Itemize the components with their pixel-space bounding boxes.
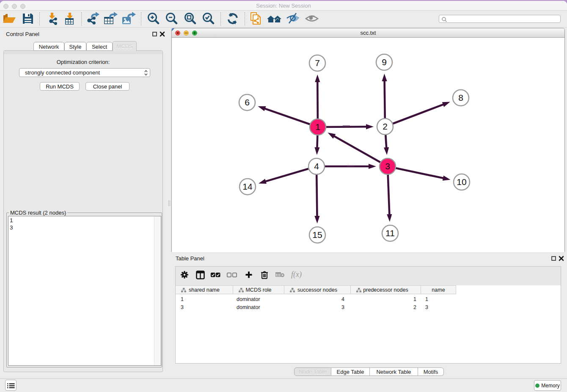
svg-text:14: 14 [242,182,253,191]
svg-text:9: 9 [382,57,387,67]
svg-text:15: 15 [312,230,322,240]
svg-text:7: 7 [315,58,320,68]
svg-text:4: 4 [314,161,319,171]
svg-text:1: 1 [315,122,320,132]
svg-text:10: 10 [457,177,466,187]
svg-text:8: 8 [458,93,463,102]
svg-text:6: 6 [245,97,250,107]
svg-text:11: 11 [385,228,395,238]
svg-text:2: 2 [383,121,388,131]
svg-text:3: 3 [385,161,390,171]
